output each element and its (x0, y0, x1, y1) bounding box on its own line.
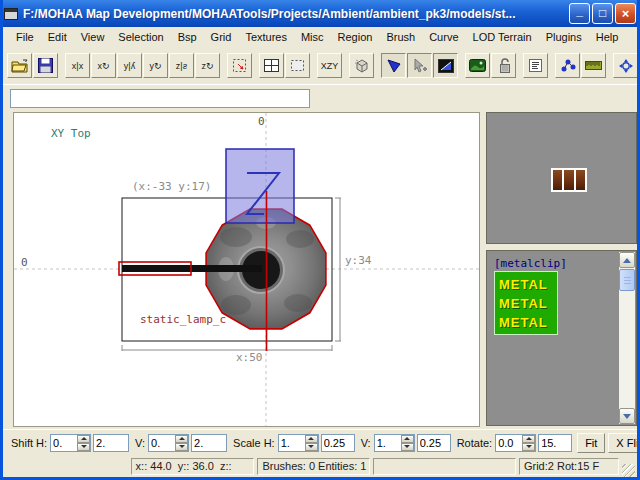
scale-h-label: Scale H: (233, 437, 275, 449)
cone-entity-button[interactable] (381, 53, 406, 78)
texture-text-line: METAL (499, 313, 557, 332)
padlock-icon (497, 58, 511, 73)
scene-textures-button[interactable] (465, 53, 490, 78)
rotate-input[interactable] (496, 435, 522, 451)
menu-grid[interactable]: Grid (204, 29, 239, 45)
filter-row (3, 84, 637, 110)
split-view-button[interactable] (259, 53, 284, 78)
minimize-button[interactable]: _ (569, 3, 590, 24)
x-flip-button[interactable]: X Flip (608, 433, 637, 453)
menu-file[interactable]: File (9, 29, 41, 45)
statusbar: x:: 44.0 y:: 36.0 z:: Brushes: 0 Entitie… (3, 455, 637, 477)
menu-curve[interactable]: Curve (422, 29, 465, 45)
rotate-y-button[interactable]: y↻ (143, 53, 168, 78)
scale-v-label: V: (361, 437, 371, 449)
rotate-z-button[interactable]: z↻ (195, 53, 220, 78)
scrollbar-down-button[interactable] (619, 408, 635, 424)
scale-h-step-input[interactable] (321, 434, 355, 452)
scale-v-step-input[interactable] (417, 434, 451, 452)
application-window: F:/MOHAA Map Development/MOHAATools/Proj… (0, 0, 640, 480)
open-folder-icon (11, 59, 29, 73)
console-button[interactable] (523, 53, 548, 78)
lock-button[interactable] (491, 53, 516, 78)
rotate-spinner[interactable] (522, 435, 535, 451)
toolbar: x|x x↻ y|ʎ y↻ z|ƨ z↻ XZY (3, 47, 637, 84)
menu-selection[interactable]: Selection (111, 29, 170, 45)
resize-grip[interactable] (622, 464, 635, 477)
maximize-button[interactable]: □ (592, 3, 613, 24)
add-selection-button[interactable] (407, 53, 432, 78)
axis-zero-top-label: 0 (258, 115, 265, 128)
menu-help[interactable]: Help (589, 29, 626, 45)
scrollbar-up-button[interactable] (619, 252, 635, 268)
scale-v-input[interactable] (375, 435, 401, 451)
map-2d-view[interactable]: XY Top 0 0 (x:-33 y:17) y:34 x:50 static… (13, 112, 480, 427)
status-grid-info: Grid:2 Rot:15 F (519, 458, 619, 475)
view-type-label: XY Top (51, 127, 91, 140)
ruler-button[interactable] (581, 53, 606, 78)
model-slat (553, 170, 562, 190)
lamp-arm (122, 265, 262, 272)
flip-x-button[interactable]: x|x (65, 53, 90, 78)
status-cursor-coords: x:: 44.0 y:: 36.0 z:: (131, 458, 255, 475)
shift-h-step-input[interactable] (93, 434, 129, 452)
surface-inspector-bar: Shift H: V: Scale H: V: Rotate: Fit X Fl… (3, 429, 637, 455)
scrollbar-thumb[interactable] (619, 269, 635, 291)
dimension-height-label: y:34 (345, 254, 372, 267)
clipper-button[interactable] (349, 53, 374, 78)
menu-brush[interactable]: Brush (379, 29, 422, 45)
scale-h-input[interactable] (279, 435, 305, 451)
flip-y-button[interactable]: y|ʎ (117, 53, 142, 78)
menu-lod-terrain[interactable]: LOD Terrain (466, 29, 539, 45)
ruler-icon (585, 60, 602, 71)
main-area: XY Top 0 0 (x:-33 y:17) y:34 x:50 static… (3, 110, 637, 429)
status-spacer (5, 458, 131, 475)
menu-bsp[interactable]: Bsp (171, 29, 204, 45)
scale-v-spinner[interactable] (401, 435, 414, 451)
open-button[interactable] (7, 53, 32, 78)
entity-icon-box (226, 149, 294, 223)
window-split-icon (264, 59, 279, 72)
entity-graph-button[interactable] (555, 53, 580, 78)
blue-cone-icon (386, 58, 402, 73)
rotate-x-button[interactable]: x↻ (91, 53, 116, 78)
menu-view[interactable]: View (74, 29, 112, 45)
rotate-step-input[interactable] (538, 434, 572, 452)
free-rotate-button[interactable] (613, 53, 638, 78)
views-toggle-button[interactable]: XZY (317, 53, 342, 78)
menu-textures[interactable]: Textures (238, 29, 294, 45)
gray-pointer-plus-icon (412, 58, 428, 73)
shift-h-input[interactable] (51, 435, 77, 451)
menu-plugins[interactable]: Plugins (539, 29, 589, 45)
cube-icon (354, 58, 370, 73)
scale-h-spinner[interactable] (305, 435, 318, 451)
metalclip-texture-swatch[interactable]: METAL METAL METAL (494, 271, 558, 335)
selection-box-button[interactable] (285, 53, 310, 78)
four-way-arrows-icon (618, 58, 634, 74)
shift-v-input[interactable] (149, 435, 175, 451)
fit-button[interactable]: Fit (577, 433, 605, 453)
shift-v-spinner[interactable] (175, 435, 188, 451)
texture-scrollbar[interactable] (619, 252, 635, 424)
menu-misc[interactable]: Misc (294, 29, 331, 45)
camera-view-button[interactable] (433, 53, 458, 78)
rotate-z-icon: z↻ (201, 61, 213, 71)
menu-edit[interactable]: Edit (41, 29, 74, 45)
molecule-icon (560, 58, 576, 73)
texture-browser-panel[interactable]: [metalclip] METAL METAL METAL (486, 250, 637, 426)
menu-region[interactable]: Region (331, 29, 380, 45)
arrow-up-icon (623, 258, 631, 263)
camera-3d-view[interactable] (486, 112, 637, 244)
app-icon (4, 8, 18, 20)
shift-h-spinner[interactable] (77, 435, 90, 451)
texture-text-line: METAL (499, 294, 557, 313)
save-button[interactable] (33, 53, 58, 78)
region-select-button[interactable] (227, 53, 252, 78)
titlebar[interactable]: F:/MOHAA Map Development/MOHAATools/Proj… (0, 0, 640, 27)
shader-name-label: [metalclip] (494, 257, 567, 270)
close-button[interactable]: × (615, 3, 636, 24)
texture-filter-input[interactable] (10, 89, 310, 108)
dashed-red-selection-icon (232, 58, 247, 73)
shift-v-step-input[interactable] (191, 434, 227, 452)
flip-z-button[interactable]: z|ƨ (169, 53, 194, 78)
